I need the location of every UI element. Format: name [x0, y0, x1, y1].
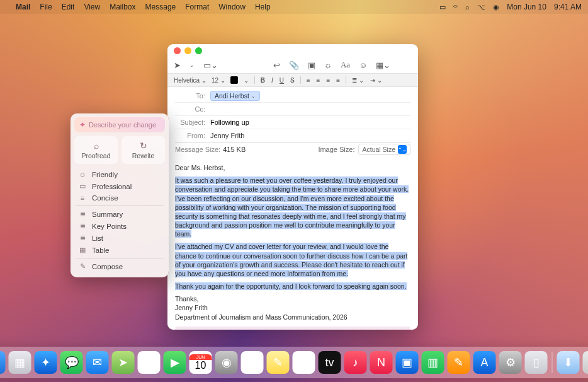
dock-notes[interactable]: ✎ [267, 351, 290, 374]
from-field[interactable]: Jenny Frith [210, 132, 410, 139]
send-options-icon[interactable]: ⌄ [189, 62, 195, 68]
dock-separator [552, 352, 553, 373]
concise-option[interactable]: ≡Concise [74, 192, 165, 204]
dock-messages[interactable]: 💬 [60, 351, 83, 374]
dock-tv[interactable]: tv [319, 351, 341, 374]
dock-downloads[interactable]: ⬇ [557, 351, 580, 374]
professional-option[interactable]: ▭Professional [74, 180, 165, 192]
calendar-day: 10 [195, 360, 206, 371]
friendly-option[interactable]: ☺Friendly [74, 169, 165, 180]
dock-contacts[interactable]: ◉ [215, 351, 238, 374]
dock-freeform[interactable]: ◈ [293, 351, 315, 374]
underline-button[interactable]: U [279, 77, 285, 84]
wifi-icon[interactable]: ⌔ [453, 3, 458, 11]
dock-facetime[interactable]: ▶ [164, 351, 186, 374]
zoom-button[interactable] [195, 47, 202, 54]
align-center-button[interactable]: ≡ [316, 77, 321, 84]
menu-message[interactable]: Message [145, 3, 176, 11]
dock-pages[interactable]: ✎ [448, 351, 470, 374]
app-menu[interactable]: Mail [16, 3, 30, 11]
control-center-icon[interactable]: ⌥ [477, 3, 485, 11]
describe-change-input[interactable] [89, 121, 160, 129]
menubar-date[interactable]: Mon Jun 10 [507, 3, 546, 11]
recipient-chip[interactable]: Andi Herbst⌄ [210, 91, 260, 101]
color-picker-icon[interactable]: ⌄ [243, 77, 249, 84]
to-label: To: [175, 92, 210, 100]
menubar-time[interactable]: 9:41 AM [554, 3, 582, 11]
font-panel-icon[interactable]: Aa [341, 60, 350, 70]
dock-news[interactable]: N [370, 351, 393, 374]
menu-format[interactable]: Format [185, 3, 209, 11]
sparkle-icon: ✦ [79, 120, 86, 129]
dock-calendar[interactable]: JUN 10 [189, 351, 212, 374]
table-option[interactable]: ▦Table [74, 244, 165, 256]
dock-appstore[interactable]: A [473, 351, 496, 374]
format-icon[interactable]: ☼ [324, 61, 332, 70]
menu-window[interactable]: Window [218, 3, 246, 11]
menu-mailbox[interactable]: Mailbox [110, 3, 135, 11]
text-color-swatch[interactable] [230, 76, 238, 84]
menu-edit[interactable]: Edit [62, 3, 75, 11]
calendar-month: JUN [189, 354, 212, 360]
dock-photos[interactable]: ✿ [138, 351, 161, 374]
from-label: From: [175, 132, 210, 139]
dock-keynote[interactable]: ▣ [396, 351, 419, 374]
dock: ☺ ▦ ✦ 💬 ✉ ➤ ✿ ▶ JUN 10 ◉ ☑ ✎ ◈ tv ♪ N ▣ … [0, 347, 588, 378]
font-size-select[interactable]: 12 ⌄ [212, 77, 225, 84]
describe-change-field-wrap[interactable]: ✦ [74, 117, 165, 132]
body-paragraph-1: It was such a pleasure to meet you over … [175, 177, 409, 238]
align-left-button[interactable]: ≡ [306, 77, 311, 84]
dock-settings[interactable]: ⚙ [499, 351, 522, 374]
menu-view[interactable]: View [84, 3, 100, 11]
image-size-select[interactable]: Actual Size ⌃⌄ [358, 144, 410, 155]
message-body[interactable]: Dear Ms. Herbst, It was such a pleasure … [167, 158, 418, 330]
compose-option[interactable]: ✎Compose [74, 260, 165, 272]
dock-safari[interactable]: ✦ [35, 351, 57, 374]
user-icon[interactable]: ◉ [493, 3, 499, 11]
font-family-select[interactable]: Helvetica ⌄ [174, 77, 206, 84]
send-icon[interactable]: ➤ [174, 61, 181, 70]
menu-file[interactable]: File [40, 3, 52, 11]
align-justify-button[interactable]: ≡ [336, 77, 341, 84]
dock-reminders[interactable]: ☑ [241, 351, 264, 374]
dock-iphone-mirroring[interactable]: ▯ [525, 351, 548, 374]
keypoints-option[interactable]: ≣Key Points [74, 220, 165, 232]
dock-finder[interactable]: ☺ [0, 351, 6, 374]
battery-icon[interactable]: ▭ [439, 3, 446, 11]
rewrite-button[interactable]: ↻Rewrite [122, 136, 165, 164]
list-button[interactable]: ≣ ⌄ [351, 77, 365, 84]
menu-help[interactable]: Help [255, 3, 271, 11]
italic-button[interactable]: I [271, 77, 274, 84]
proofread-button[interactable]: ⌕Proofread [74, 136, 118, 164]
smile-icon: ☺ [78, 171, 87, 178]
dock-music[interactable]: ♪ [344, 351, 367, 374]
signoff-dept: Department of Journalism and Mass Commun… [175, 313, 410, 321]
dock-launchpad[interactable]: ▦ [9, 351, 31, 374]
insert-photo-icon[interactable]: ▣ [308, 61, 315, 70]
to-field[interactable]: Andi Herbst⌄ [210, 91, 410, 101]
chevron-down-icon[interactable]: ⌄ [251, 93, 256, 99]
dock-trash[interactable]: 🗑 [583, 351, 589, 374]
spotlight-icon[interactable]: ⌕ [465, 3, 470, 11]
emoji-icon[interactable]: ☺ [359, 61, 367, 70]
dock-maps[interactable]: ➤ [112, 351, 135, 374]
dock-mail[interactable]: ✉ [86, 351, 109, 374]
subject-field[interactable] [210, 119, 410, 126]
align-right-button[interactable]: ≡ [325, 77, 331, 84]
attachment-preview[interactable]: JENNY FRITH I am a third-year student un… [175, 327, 410, 330]
cc-field[interactable] [210, 105, 410, 113]
compose-window: ➤ ⌄ ▭⌄ ↩ 📎 ▣ ☼ Aa ☺ ▦⌄ Helvetica ⌄ 12 ⌄ … [167, 44, 418, 330]
photo-browser-icon[interactable]: ▦⌄ [376, 61, 390, 70]
dock-numbers[interactable]: ▥ [422, 351, 444, 374]
attach-icon[interactable]: 📎 [289, 61, 299, 70]
list-option[interactable]: ≣List [74, 232, 165, 244]
minimize-button[interactable] [184, 47, 191, 54]
strikethrough-button[interactable]: S [290, 77, 295, 84]
summary-option[interactable]: ≣Summary [74, 208, 165, 220]
header-fields-icon[interactable]: ▭⌄ [203, 61, 218, 70]
body-paragraph-2: I've attached my CV and cover letter for… [175, 243, 407, 277]
bold-button[interactable]: B [260, 77, 266, 84]
reply-icon[interactable]: ↩ [273, 61, 280, 70]
close-button[interactable] [174, 47, 181, 54]
indent-button[interactable]: ⇥ ⌄ [370, 77, 383, 84]
